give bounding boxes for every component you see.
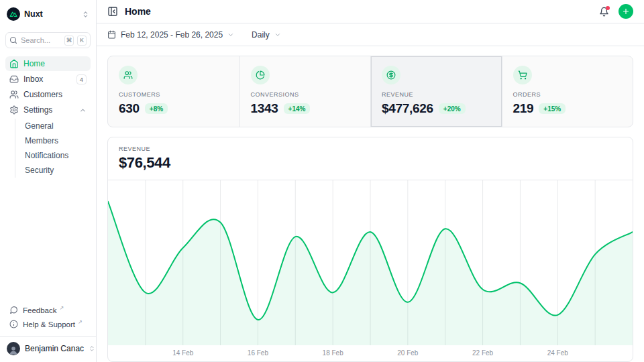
x-tick-label: 20 Feb (397, 349, 418, 357)
sidebar-item-general[interactable]: General (25, 119, 91, 133)
chevron-down-icon (274, 32, 281, 38)
notification-dot (606, 6, 610, 10)
chevrons-up-down-icon (82, 11, 89, 18)
kbd-k: K (77, 36, 87, 46)
stat-delta-badge: +14% (284, 103, 311, 114)
sidebar-collapse-button[interactable] (107, 6, 118, 17)
external-link-icon: ↗ (60, 305, 64, 311)
team-selector[interactable]: Nuxt (5, 5, 91, 23)
inbox-count-badge: 4 (76, 74, 87, 84)
content: CUSTOMERS 630 +8% CONVERSIONS 1343 +14% (97, 46, 644, 362)
home-icon (9, 59, 19, 68)
stat-label: ORDERS (513, 91, 623, 98)
stat-value: 219 (513, 101, 534, 116)
sidebar-item-label: Home (23, 59, 45, 68)
sidebar-item-label: Customers (23, 90, 62, 99)
revenue-chart-plot[interactable] (108, 180, 633, 345)
chart-metric-label: REVENUE (119, 145, 622, 152)
sidebar-item-notifications[interactable]: Notifications (25, 148, 91, 163)
stat-label: CONVERSIONS (251, 91, 360, 98)
sidebar-item-customers[interactable]: Customers (5, 87, 91, 102)
users-icon (119, 66, 138, 84)
gear-icon (9, 105, 19, 115)
main-area: Home Feb 12, 2025 - Feb 26, 2025 (97, 0, 644, 362)
revenue-chart-panel: REVENUE $76,544 14 Feb16 Feb18 Feb20 Feb… (107, 137, 633, 362)
help-support-link[interactable]: Help & Support ↗ (5, 317, 91, 331)
page-header: Home (97, 0, 644, 23)
period-value: Daily (252, 30, 270, 40)
avatar (7, 342, 20, 355)
calendar-icon (107, 30, 116, 39)
cart-icon (513, 66, 532, 84)
team-name: Nuxt (24, 9, 43, 19)
inbox-icon (9, 74, 19, 84)
stat-card-customers[interactable]: CUSTOMERS 630 +8% (108, 56, 239, 127)
search-input[interactable]: Search... ⌘ K (5, 32, 91, 48)
x-tick-label: 22 Feb (472, 349, 493, 357)
revenue-chart-header: REVENUE $76,544 (108, 137, 633, 180)
sidebar-item-settings[interactable]: Settings (5, 103, 91, 117)
search-placeholder: Search... (21, 36, 61, 44)
add-button[interactable] (619, 4, 633, 19)
x-tick-label: 14 Feb (172, 349, 193, 357)
chart-metric-value: $76,544 (119, 154, 622, 172)
users-icon (9, 90, 19, 99)
date-range-picker[interactable]: Feb 12, 2025 - Feb 26, 2025 (107, 30, 234, 40)
app-window: Nuxt Search... ⌘ K Home (0, 0, 644, 362)
stat-value: 1343 (251, 101, 278, 116)
feedback-link[interactable]: Feedback ↗ (5, 303, 91, 317)
search-icon (9, 36, 17, 44)
sidebar-spacer (5, 178, 91, 303)
sidebar-nav: Home Inbox 4 Customers Settings (5, 56, 91, 178)
user-name: Benjamin Canac (25, 344, 84, 353)
stat-card-conversions[interactable]: CONVERSIONS 1343 +14% (239, 56, 371, 127)
sidebar-item-label: Settings (23, 105, 52, 115)
stat-card-orders[interactable]: ORDERS 219 +15% (502, 56, 633, 127)
revenue-area-chart (108, 180, 633, 345)
pie-chart-icon (251, 66, 270, 84)
info-icon (9, 320, 18, 328)
page-title: Home (125, 6, 151, 17)
kbd-cmd: ⌘ (64, 36, 74, 46)
settings-subnav: General Members Notifications Security (15, 119, 91, 178)
stat-label: CUSTOMERS (119, 91, 229, 98)
feedback-label: Feedback (23, 306, 57, 314)
filters-toolbar: Feb 12, 2025 - Feb 26, 2025 Daily (97, 23, 644, 46)
user-menu[interactable]: Benjamin Canac (5, 341, 91, 357)
x-tick-label: 24 Feb (547, 349, 568, 357)
stat-label: REVENUE (382, 91, 491, 98)
chart-x-axis: 14 Feb16 Feb18 Feb20 Feb22 Feb24 Feb (108, 345, 633, 361)
stat-value: $477,626 (382, 101, 433, 116)
help-support-label: Help & Support (23, 320, 75, 328)
stat-delta-badge: +20% (439, 103, 466, 114)
message-circle-icon (9, 306, 18, 314)
sidebar-item-label: Inbox (23, 74, 43, 84)
chevrons-up-down-icon (89, 345, 95, 352)
sidebar-item-security[interactable]: Security (25, 163, 91, 178)
external-link-icon: ↗ (78, 319, 83, 325)
stat-card-revenue[interactable]: REVENUE $477,626 +20% (370, 56, 502, 127)
nuxt-logo-icon (7, 7, 20, 21)
chevron-up-icon (79, 107, 87, 114)
notifications-bell-button[interactable] (599, 7, 609, 17)
x-tick-label: 16 Feb (248, 349, 268, 357)
period-select[interactable]: Daily (252, 30, 281, 40)
sidebar-item-inbox[interactable]: Inbox 4 (5, 72, 91, 86)
stats-row: CUSTOMERS 630 +8% CONVERSIONS 1343 +14% (107, 56, 633, 127)
sidebar-divider (0, 336, 96, 337)
sidebar: Nuxt Search... ⌘ K Home (0, 0, 97, 362)
x-tick-label: 18 Feb (323, 349, 343, 357)
date-range-value: Feb 12, 2025 - Feb 26, 2025 (121, 30, 223, 40)
stat-value: 630 (119, 101, 140, 116)
chevron-down-icon (227, 32, 234, 38)
stat-delta-badge: +15% (539, 103, 566, 114)
dollar-circle-icon (382, 66, 400, 84)
sidebar-item-home[interactable]: Home (5, 56, 91, 71)
sidebar-item-members[interactable]: Members (25, 133, 91, 148)
header-actions (599, 4, 633, 19)
stat-delta-badge: +8% (145, 103, 168, 114)
